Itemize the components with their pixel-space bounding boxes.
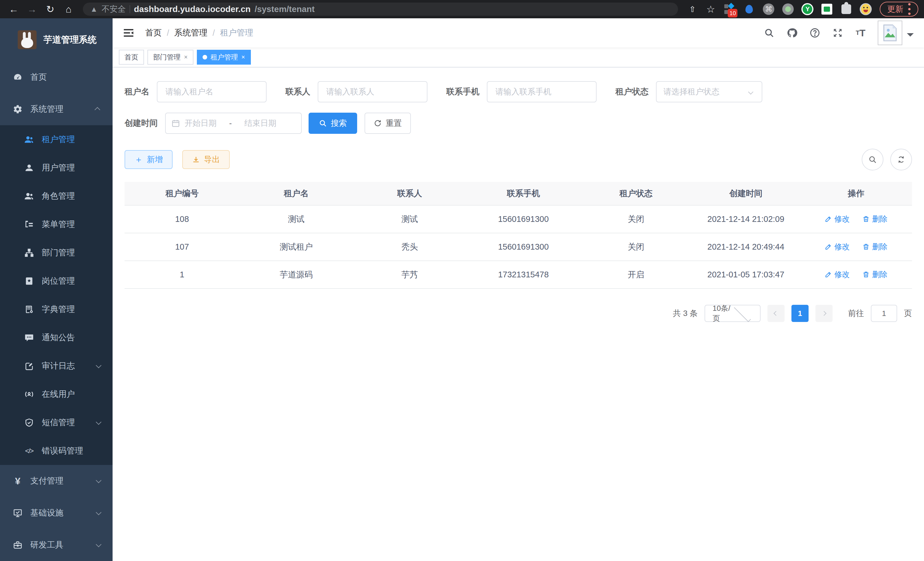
extension-icon-puzzle[interactable] [840,3,852,15]
sidebar-item-label: 审计日志 [42,360,96,372]
edit-link[interactable]: 修改 [825,269,850,280]
filter-row-1: 租户名 联系人 联系手机 租户状态 请选择租户状态 [124,81,912,102]
date-start-placeholder[interactable]: 开始日期 [184,118,217,129]
contact-input[interactable] [318,81,428,102]
sidebar-item-sms[interactable]: 短信管理 [0,408,112,437]
navbar-actions: TT [764,21,914,45]
current-page[interactable]: 1 [791,305,808,322]
chevron-right-icon [822,311,826,316]
status-select[interactable]: 请选择租户状态 [656,81,762,102]
sidebar-item-role[interactable]: 角色管理 [0,182,112,210]
share-icon[interactable]: ⇧ [684,1,700,17]
user-icon [24,163,34,173]
tag-tenant[interactable]: 租户管理 × [197,50,251,65]
sidebar-item-post[interactable]: 岗位管理 [0,267,112,295]
mobile-input[interactable] [487,81,597,102]
url-divider [130,5,130,13]
sidebar-item-audit-log[interactable]: 审计日志 [0,352,112,380]
help-icon[interactable] [809,27,820,39]
extension-icon-emoji[interactable] [860,3,872,15]
fullscreen-icon[interactable] [832,27,843,39]
page-size-select[interactable]: 10条/页 [705,305,760,322]
tag-dept[interactable]: 部门管理 × [147,50,194,65]
sidebar-item-menu[interactable]: 菜单管理 [0,210,112,238]
dict-icon [24,304,34,314]
chevron-down-icon [96,478,101,483]
filter-created: 创建时间 开始日期 - 结束日期 [124,113,302,134]
delete-link[interactable]: 删除 [862,269,887,280]
reload-icon[interactable]: ↻ [42,1,58,17]
url-path: /system/tenant [255,4,315,14]
extension-icon-y[interactable]: Y [801,3,813,15]
prev-page-button[interactable] [767,305,784,322]
money-icon: ¥ [13,476,23,486]
cell-contact: 秃头 [353,233,466,261]
tag-label: 首页 [124,53,138,62]
date-end-placeholder[interactable]: 结束日期 [244,118,276,129]
chevron-left-icon [774,311,778,316]
sidebar-item-dept[interactable]: 部门管理 [0,238,112,267]
chevron-down-icon [96,510,101,515]
bookmark-star-icon[interactable]: ☆ [703,1,718,17]
extension-icon-chat[interactable] [821,3,833,15]
sidebar-item-error-code[interactable]: </> 错误码管理 [0,437,112,465]
table-row: 108 测试 测试 15601691300 关闭 2021-12-14 21:0… [124,205,912,233]
delete-link[interactable]: 删除 [862,214,887,224]
close-icon[interactable]: × [184,53,188,61]
app-logo-row[interactable]: 芋道管理系统 [0,18,112,61]
date-range-picker[interactable]: 开始日期 - 结束日期 [165,113,302,134]
edit-link[interactable]: 修改 [825,214,850,224]
cell-contact: 芋艿 [353,261,466,289]
reset-button[interactable]: 重置 [364,113,411,134]
briefcase-icon [13,540,23,550]
forward-icon[interactable]: → [24,1,40,17]
sidebar-fold-icon[interactable] [123,27,134,39]
header-search-icon[interactable] [764,27,775,39]
goto-page-input[interactable] [871,305,897,322]
delete-link[interactable]: 删除 [862,242,887,252]
next-page-button[interactable] [815,305,832,322]
chrome-update-button[interactable]: 更新 ••• [880,2,918,17]
show-search-button[interactable] [862,149,884,170]
close-icon[interactable]: × [242,53,245,61]
sidebar-item-user[interactable]: 用户管理 [0,153,112,182]
tag-home[interactable]: 首页 [119,50,144,65]
extension-icon-blocks[interactable]: 10 [724,3,736,15]
breadcrumb-home[interactable]: 首页 [145,27,162,39]
sidebar-item-online-user[interactable]: 在线用户 [0,380,112,408]
refresh-table-button[interactable] [890,149,912,170]
sidebar-item-system[interactable]: 系统管理 [0,93,112,125]
home-icon[interactable]: ⌂ [61,1,76,17]
breadcrumb-parent[interactable]: 系统管理 [174,27,207,39]
tags-view: 首页 部门管理 × 租户管理 × [112,47,924,68]
edit-link[interactable]: 修改 [825,242,850,252]
tenant-name-input[interactable] [157,81,267,102]
extension-icon-command[interactable]: ⌘ [763,3,775,15]
not-secure-label[interactable]: 不安全 [102,4,126,15]
column-header: 联系手机 [466,182,580,205]
font-size-icon[interactable]: TT [855,27,866,39]
extension-icon-balloon[interactable] [743,3,755,15]
sidebar-item-home[interactable]: 首页 [0,61,112,93]
export-button[interactable]: 导出 [182,150,230,169]
chevron-down-icon [734,305,751,322]
sidebar-item-tenant[interactable]: 租户管理 [0,125,112,153]
address-bar[interactable]: ▲ 不安全 dashboard.yudao.iocoder.cn /system… [83,3,678,16]
extension-icon-dot[interactable] [782,3,794,15]
avatar[interactable] [878,21,902,45]
back-icon[interactable]: ← [6,1,22,17]
sidebar-item-dict[interactable]: 字典管理 [0,295,112,323]
search-button[interactable]: 搜索 [309,113,357,134]
github-icon[interactable] [786,27,798,39]
system-submenu: 租户管理 用户管理 角色管理 菜单管理 [0,125,112,465]
chrome-menu-icon[interactable]: ••• [908,2,911,16]
avatar-menu[interactable] [878,21,914,45]
sidebar-item-notice[interactable]: 通知公告 [0,323,112,352]
active-dot [202,55,207,59]
sidebar-item-infra[interactable]: 基础设施 [0,497,112,529]
sidebar-item-devtools[interactable]: 研发工具 [0,529,112,561]
sidebar-item-pay[interactable]: ¥ 支付管理 [0,465,112,497]
dashboard-icon [13,72,23,82]
sidebar-item-label: 通知公告 [42,332,100,343]
add-button[interactable]: ＋ 新增 [124,150,172,169]
